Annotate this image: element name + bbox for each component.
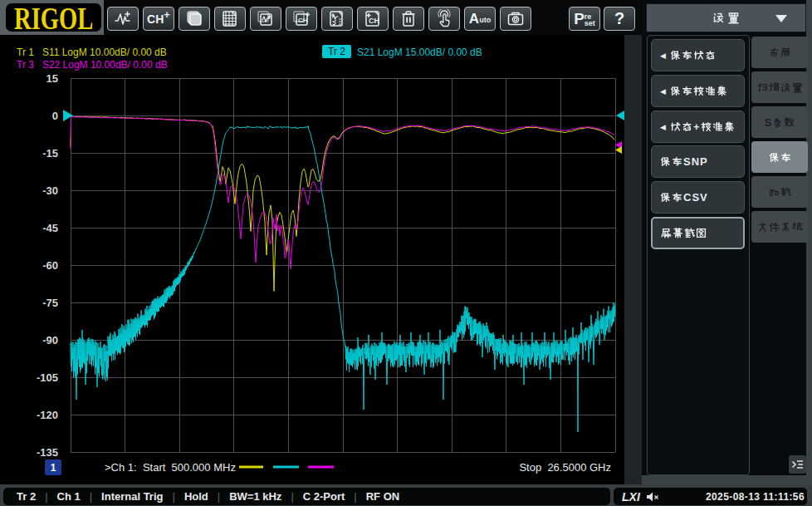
svg-text:CH: CH — [298, 17, 308, 24]
svg-text:CH: CH — [369, 17, 379, 25]
